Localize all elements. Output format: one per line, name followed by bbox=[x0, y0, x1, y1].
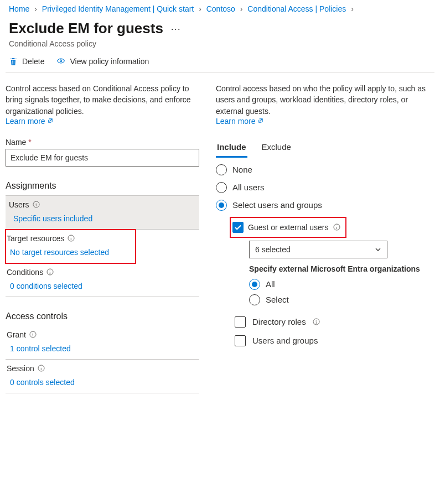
svg-text:i: i bbox=[70, 236, 72, 241]
info-icon[interactable]: i bbox=[333, 224, 340, 231]
guest-external-label: Guest or external users bbox=[248, 223, 329, 232]
chevron-right-icon: › bbox=[32, 4, 40, 13]
checkbox-directory-roles[interactable]: Directory roles i bbox=[235, 316, 434, 328]
checkbox-icon bbox=[235, 335, 246, 346]
radio-select-users-groups[interactable]: Select users and groups bbox=[216, 200, 434, 211]
eye-icon bbox=[56, 57, 65, 66]
target-value-link[interactable]: No target resources selected bbox=[6, 246, 136, 263]
external-link-icon bbox=[257, 118, 263, 124]
info-icon[interactable]: i bbox=[313, 318, 320, 325]
session-label: Session bbox=[7, 364, 34, 373]
chevron-right-icon: › bbox=[348, 4, 356, 13]
chevron-down-icon bbox=[375, 246, 381, 253]
radio-icon bbox=[249, 279, 260, 290]
page-title: Exclude EM for guests bbox=[9, 20, 163, 37]
radio-icon bbox=[249, 294, 260, 305]
users-label: Users bbox=[9, 200, 29, 209]
delete-button[interactable]: Delete bbox=[9, 57, 44, 66]
conditions-value-link[interactable]: 0 conditions selected bbox=[6, 279, 199, 297]
svg-text:i: i bbox=[49, 269, 51, 275]
tab-include[interactable]: Include bbox=[216, 140, 247, 158]
external-orgs-label: Specify external Microsoft Entra organiz… bbox=[249, 264, 434, 274]
external-link-icon bbox=[47, 118, 53, 124]
more-actions-icon[interactable]: ··· bbox=[171, 24, 181, 34]
include-exclude-tabs: Include Exclude bbox=[216, 140, 434, 158]
users-groups-label: Users and groups bbox=[252, 336, 318, 345]
session-value-link[interactable]: 0 controls selected bbox=[6, 376, 199, 393]
directory-roles-label: Directory roles bbox=[252, 317, 306, 326]
radio-all-users[interactable]: All users bbox=[216, 182, 434, 193]
checkbox-users-groups[interactable]: Users and groups bbox=[235, 335, 434, 346]
tab-exclude[interactable]: Exclude bbox=[261, 140, 292, 158]
name-label: Name * bbox=[6, 138, 199, 147]
guest-types-dropdown[interactable]: 6 selected bbox=[249, 241, 387, 258]
crumb-pim[interactable]: Privileged Identity Management | Quick s… bbox=[42, 4, 194, 13]
left-learn-more-link[interactable]: Learn more bbox=[6, 117, 53, 126]
chevron-right-icon: › bbox=[196, 4, 204, 13]
info-icon[interactable]: i bbox=[33, 201, 40, 208]
info-icon[interactable]: i bbox=[68, 235, 75, 242]
delete-icon bbox=[9, 57, 18, 66]
assignment-users[interactable]: Users i Specific users included bbox=[6, 196, 199, 230]
info-icon[interactable]: i bbox=[29, 331, 37, 338]
radio-org-select-label: Select bbox=[266, 295, 289, 304]
assignments-heading: Assignments bbox=[6, 174, 199, 196]
right-intro: Control access based on who the policy w… bbox=[216, 83, 434, 117]
access-session[interactable]: Session i 0 controls selected bbox=[6, 360, 199, 393]
checkbox-guest-external[interactable]: Guest or external users i bbox=[230, 217, 346, 237]
right-learn-more-link[interactable]: Learn more bbox=[216, 117, 263, 126]
learn-more-label: Learn more bbox=[216, 117, 256, 126]
grant-label: Grant bbox=[7, 330, 26, 339]
view-policy-label: View policy information bbox=[70, 57, 149, 66]
svg-text:i: i bbox=[32, 332, 34, 337]
users-value-link[interactable]: Specific users included bbox=[6, 212, 199, 229]
grant-value-link[interactable]: 1 control selected bbox=[6, 342, 199, 359]
svg-text:i: i bbox=[35, 202, 37, 207]
radio-org-all[interactable]: All bbox=[249, 279, 434, 290]
radio-all-users-label: All users bbox=[232, 183, 265, 192]
required-star: * bbox=[28, 138, 31, 147]
assignment-target-resources[interactable]: Target resources i No target resources s… bbox=[6, 230, 136, 263]
radio-icon bbox=[216, 200, 227, 211]
crumb-contoso[interactable]: Contoso bbox=[206, 4, 235, 13]
radio-icon bbox=[216, 182, 227, 193]
name-input[interactable] bbox=[6, 149, 199, 167]
chevron-right-icon: › bbox=[237, 4, 246, 13]
learn-more-label: Learn more bbox=[6, 117, 45, 126]
delete-label: Delete bbox=[22, 57, 44, 66]
radio-org-select[interactable]: Select bbox=[249, 294, 434, 305]
checkbox-icon bbox=[235, 316, 246, 328]
access-controls-heading: Access controls bbox=[6, 305, 199, 326]
crumb-ca-policies[interactable]: Conditional Access | Policies bbox=[247, 4, 346, 13]
svg-text:i: i bbox=[315, 319, 317, 325]
radio-icon bbox=[216, 164, 227, 175]
target-label: Target resources bbox=[7, 234, 64, 243]
guest-dropdown-value: 6 selected bbox=[255, 245, 291, 254]
conditions-label: Conditions bbox=[7, 268, 43, 277]
left-intro: Control access based on Conditional Acce… bbox=[6, 83, 199, 117]
svg-text:i: i bbox=[40, 366, 42, 371]
svg-text:i: i bbox=[336, 225, 338, 230]
svg-point-0 bbox=[60, 60, 62, 61]
radio-select-label: Select users and groups bbox=[232, 200, 322, 210]
radio-none-label: None bbox=[232, 165, 252, 174]
radio-none[interactable]: None bbox=[216, 164, 434, 175]
crumb-home[interactable]: Home bbox=[9, 4, 29, 13]
radio-org-all-label: All bbox=[266, 279, 275, 289]
checkbox-icon bbox=[232, 222, 244, 233]
view-policy-button[interactable]: View policy information bbox=[56, 57, 149, 66]
page-subtitle: Conditional Access policy bbox=[9, 39, 434, 48]
info-icon[interactable]: i bbox=[38, 365, 45, 372]
info-icon[interactable]: i bbox=[46, 268, 54, 276]
access-grant[interactable]: Grant i 1 control selected bbox=[6, 326, 199, 360]
breadcrumb: Home › Privileged Identity Management | … bbox=[6, 4, 434, 17]
assignment-conditions[interactable]: Conditions i 0 conditions selected bbox=[6, 263, 199, 297]
